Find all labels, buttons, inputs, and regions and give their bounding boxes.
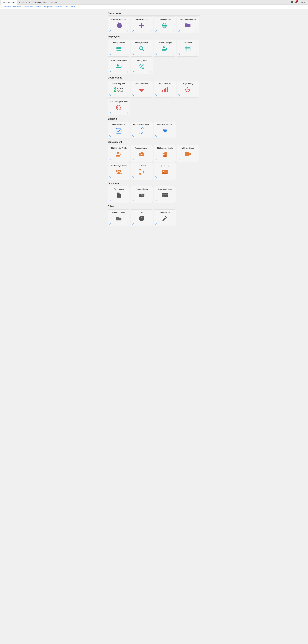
card-help[interactable]: Help ? ⓘ ♡ — [131, 210, 153, 226]
card-manage-company[interactable]: Manage Company ⓘ ♡ — [131, 145, 153, 162]
card-disassociate-employee[interactable]: Disassociate Employee ⓘ ♡ — [108, 58, 130, 74]
subnav-tour[interactable]: Tour ▶ — [70, 5, 77, 9]
card-view-invoices[interactable]: View Invoices ⓘ ♡ — [108, 186, 130, 203]
heart-icon[interactable]: ♡ — [127, 112, 128, 114]
info-icon[interactable]: ⓘ — [109, 200, 111, 202]
card-upload-logo[interactable]: Upload Logo ⓘ ♡ — [154, 163, 176, 180]
card-usage-summary[interactable]: Usage Summary ⓘ ♡ — [154, 81, 176, 98]
info-icon[interactable]: ⓘ — [109, 176, 111, 178]
card-usage-history[interactable]: Usage History ⓘ ♡ — [177, 81, 199, 98]
info-icon[interactable]: ⓘ — [155, 176, 157, 178]
card-add-branch[interactable]: Add Branch ⓘ ♡ — [131, 163, 153, 180]
nav-partner-dashboard[interactable]: Partner Dashboard — [33, 0, 48, 5]
heart-icon[interactable]: ♡ — [173, 158, 175, 160]
subnav-classrooms[interactable]: Classrooms — [1, 5, 12, 9]
info-icon[interactable]: ⓘ — [132, 71, 134, 73]
subnav-course-units[interactable]: Course Units — [22, 5, 34, 9]
card-create-classroom[interactable]: Create Classroom ⓘ ♡ — [131, 16, 153, 33]
nav-training-dashboard[interactable]: Training Dashboard — [1, 0, 17, 5]
info-icon[interactable]: ⓘ — [109, 53, 111, 56]
heart-icon[interactable]: ♡ — [150, 53, 151, 55]
card-training-records[interactable]: Training Records ⓘ ♡ — [108, 40, 130, 56]
info-icon[interactable]: ⓘ — [132, 53, 134, 56]
heart-icon[interactable]: ♡ — [150, 30, 151, 32]
card-saved-credit-cards[interactable]: Saved Credit Cards ⓘ ♡ — [154, 186, 176, 203]
card-testing-totals[interactable]: Testing Totals ⓘ ♡ — [131, 58, 153, 74]
info-icon[interactable]: ⓘ — [178, 53, 180, 56]
card-manage-classrooms[interactable]: Manage Classrooms ⓘ ♡ — [108, 16, 130, 33]
info-icon[interactable]: ⓘ — [132, 176, 134, 178]
heart-icon[interactable]: ♡ — [196, 94, 198, 96]
heart-icon[interactable]: ♡ — [127, 176, 128, 178]
heart-icon[interactable]: ♡ — [127, 200, 128, 202]
info-icon[interactable]: ⓘ — [109, 94, 111, 96]
notification-icon[interactable]: 2 — [295, 1, 297, 4]
heart-icon[interactable]: ♡ — [150, 223, 151, 225]
nav-admin-dashboard[interactable]: Admin Dashboard — [17, 0, 33, 5]
info-icon[interactable]: ⓘ — [178, 30, 180, 32]
heart-icon[interactable]: ♡ — [173, 223, 175, 225]
card-student-skill-eval[interactable]: Student Skill Eval ⓘ ♡ — [108, 122, 130, 139]
info-icon[interactable]: ⓘ — [178, 94, 180, 96]
info-icon[interactable]: ⓘ — [109, 71, 111, 73]
card-edit-company-details[interactable]: Edit Company Details ⓘ ♡ — [154, 145, 176, 162]
heart-icon[interactable]: ♡ — [127, 223, 128, 225]
heart-icon[interactable]: ♡ — [127, 135, 128, 137]
card-regulatory-plans[interactable]: Regulatory Plans ⓘ ♡ — [108, 210, 130, 226]
nav-logout[interactable]: Log Out — [299, 0, 307, 5]
heart-icon[interactable]: ♡ — [127, 71, 128, 73]
card-configuration[interactable]: Configuration ⓘ ♡ — [154, 210, 176, 226]
subnav-payments[interactable]: Payments — [54, 5, 63, 9]
heart-icon[interactable]: ♡ — [173, 135, 175, 137]
info-icon[interactable]: ⓘ — [132, 200, 134, 202]
heart-icon[interactable]: ♡ — [150, 135, 151, 137]
info-icon[interactable]: ⓘ — [155, 158, 157, 161]
card-link-outside-evaluator[interactable]: Link Outside Evaluator ⓘ ♡ — [131, 122, 153, 139]
heart-icon[interactable]: ♡ — [150, 158, 151, 160]
heart-icon[interactable]: ♡ — [127, 53, 128, 55]
subnav-other[interactable]: Other — [63, 5, 70, 9]
info-icon[interactable]: ⓘ — [132, 94, 134, 96]
heart-icon[interactable]: ♡ — [150, 176, 151, 178]
card-employee-search[interactable]: Employee Search ⓘ ♡ — [131, 40, 153, 56]
info-icon[interactable]: ⓘ — [132, 30, 134, 32]
info-icon[interactable]: ⓘ — [132, 158, 134, 161]
subnav-employees[interactable]: Employees — [12, 5, 22, 9]
info-icon[interactable]: ⓘ — [132, 223, 134, 225]
heart-icon[interactable]: ♡ — [127, 94, 128, 96]
heart-icon[interactable]: ♡ — [173, 94, 175, 96]
subnav-blended[interactable]: Blended — [34, 5, 42, 9]
card-auto-refill[interactable]: Auto Training Unit Refill ⓘ ♡ — [108, 99, 130, 116]
card-buy-training-units[interactable]: Buy Training Units 11 ProHIPAA 32 ProFir… — [108, 81, 130, 98]
card-evaluation-supplies[interactable]: Evaluation Supplies ⓘ ♡ — [154, 122, 176, 139]
card-payment-history[interactable]: Payment History $ ⓘ ♡ — [131, 186, 153, 203]
info-icon[interactable]: ⓘ — [178, 158, 180, 161]
card-class-locations[interactable]: Class Locations ⓘ ♡ — [154, 16, 176, 33]
heart-icon[interactable]: ♡ — [150, 71, 151, 73]
heart-icon[interactable]: ♡ — [196, 158, 198, 160]
card-full-roster[interactable]: Full Roster ⓘ ♡ — [177, 40, 199, 56]
info-icon[interactable]: ⓘ — [155, 223, 157, 225]
heart-icon[interactable]: ♡ — [150, 94, 151, 96]
info-icon[interactable]: ⓘ — [109, 158, 111, 161]
info-icon[interactable]: ⓘ — [109, 223, 111, 225]
info-icon[interactable]: ⓘ — [155, 200, 157, 202]
nav-my-account[interactable]: My Account — [48, 0, 59, 5]
info-icon[interactable]: ⓘ — [109, 135, 111, 138]
info-icon[interactable]: ⓘ — [109, 112, 111, 114]
subnav-management[interactable]: Management — [42, 5, 54, 9]
info-icon[interactable]: ⓘ — [155, 53, 157, 56]
heart-icon[interactable]: ♡ — [127, 158, 128, 160]
heart-icon[interactable]: ♡ — [150, 200, 151, 202]
info-icon[interactable]: ⓘ — [109, 30, 111, 32]
heart-icon[interactable]: ♡ — [173, 53, 175, 55]
info-icon[interactable]: ⓘ — [155, 94, 157, 96]
info-icon[interactable]: ⓘ — [132, 135, 134, 138]
heart-icon[interactable]: ♡ — [127, 30, 128, 32]
card-add-new-course[interactable]: Add New Course ⓘ ♡ — [177, 145, 199, 162]
card-buy-class-credit[interactable]: Buy Class Credit ⓘ ♡ — [131, 81, 153, 98]
heart-icon[interactable]: ♡ — [196, 30, 198, 32]
card-edit-instructor-profile[interactable]: Edit Instructor Profile ⓘ ♡ — [108, 145, 130, 162]
heart-icon[interactable]: ♡ — [173, 176, 175, 178]
card-add-new-employee[interactable]: Add New Employee ⓘ ♡ — [154, 40, 176, 56]
